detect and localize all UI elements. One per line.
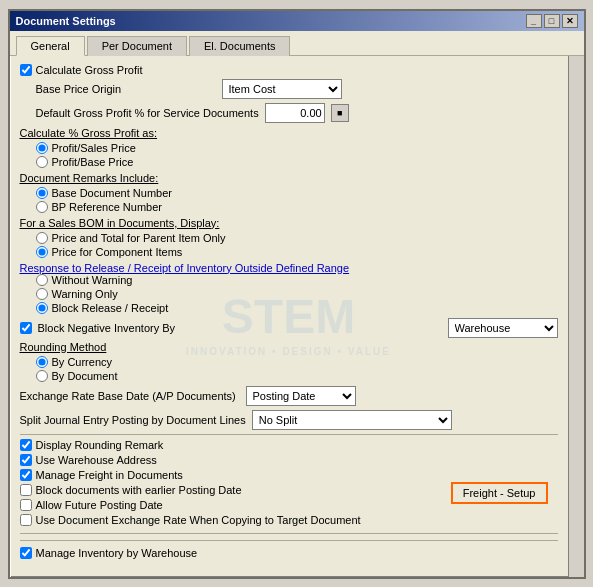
- manage-inventory-label: Manage Inventory by Warehouse: [36, 547, 198, 559]
- scrollbar[interactable]: [568, 56, 584, 577]
- rounding-radio-group: By Currency By Document: [36, 356, 558, 382]
- display-rounding-label: Display Rounding Remark: [36, 439, 164, 451]
- block-earlier-label: Block documents with earlier Posting Dat…: [36, 484, 242, 496]
- base-doc-num-radio[interactable]: [36, 187, 48, 199]
- freight-button-area: Freight - Setup: [451, 464, 558, 504]
- profit-sales-row: Profit/Sales Price: [36, 142, 558, 154]
- split-journal-row: Split Journal Entry Posting by Document …: [20, 410, 558, 430]
- document-settings-window: Document Settings _ □ ✕ General Per Docu…: [8, 9, 586, 579]
- price-total-parent-label: Price and Total for Parent Item Only: [52, 232, 226, 244]
- price-component-row: Price for Component Items: [36, 246, 558, 258]
- document-remarks-label: Document Remarks Include:: [20, 172, 558, 184]
- by-currency-radio[interactable]: [36, 356, 48, 368]
- divider-1: [20, 434, 558, 435]
- checkboxes-freight-row: Display Rounding Remark Use Warehouse Ad…: [20, 439, 558, 529]
- manage-inventory-section: Manage Inventory by Warehouse: [20, 540, 558, 559]
- price-total-parent-row: Price and Total for Parent Item Only: [36, 232, 558, 244]
- base-price-row: Base Price Origin Item Cost: [36, 79, 558, 99]
- by-document-radio[interactable]: [36, 370, 48, 382]
- block-negative-checkbox[interactable]: [20, 322, 32, 334]
- window-title: Document Settings: [16, 15, 116, 27]
- base-price-select[interactable]: Item Cost: [222, 79, 342, 99]
- by-currency-row: By Currency: [36, 356, 558, 368]
- manage-inventory-row: Manage Inventory by Warehouse: [20, 547, 558, 559]
- bp-ref-num-radio[interactable]: [36, 201, 48, 213]
- block-earlier-checkbox[interactable]: [20, 484, 32, 496]
- allow-future-label: Allow Future Posting Date: [36, 499, 163, 511]
- profit-sales-radio[interactable]: [36, 142, 48, 154]
- checkboxes-area: Display Rounding Remark Use Warehouse Ad…: [20, 439, 451, 529]
- split-journal-select[interactable]: No Split By Line By Item Group: [252, 410, 452, 430]
- exchange-rate-row: Exchange Rate Base Date (A/P Documents) …: [20, 386, 558, 406]
- maximize-button[interactable]: □: [544, 14, 560, 28]
- by-currency-label: By Currency: [52, 356, 113, 368]
- calculate-gross-profit-checkbox[interactable]: [20, 64, 32, 76]
- default-gross-profit-input[interactable]: [265, 103, 325, 123]
- tabs-row: General Per Document El. Documents: [10, 31, 584, 56]
- manage-freight-label: Manage Freight in Documents: [36, 469, 183, 481]
- price-component-label: Price for Component Items: [52, 246, 183, 258]
- warning-only-label: Warning Only: [52, 288, 118, 300]
- block-release-radio[interactable]: [36, 302, 48, 314]
- use-warehouse-addr-checkbox[interactable]: [20, 454, 32, 466]
- use-warehouse-addr-row: Use Warehouse Address: [20, 454, 451, 466]
- window-controls: _ □ ✕: [526, 14, 578, 28]
- bp-ref-num-row: BP Reference Number: [36, 201, 558, 213]
- minimize-button[interactable]: _: [526, 14, 542, 28]
- warning-only-row: Warning Only: [36, 288, 558, 300]
- block-earlier-row: Block documents with earlier Posting Dat…: [20, 484, 451, 496]
- default-gross-profit-row: Default Gross Profit % for Service Docum…: [36, 103, 558, 123]
- use-exchange-rate-checkbox[interactable]: [20, 514, 32, 526]
- exchange-rate-label: Exchange Rate Base Date (A/P Documents): [20, 390, 240, 402]
- response-section: Response to Release / Receipt of Invento…: [20, 262, 558, 314]
- main-content: STEM INNOVATION • DESIGN • VALUE Calcula…: [10, 56, 568, 577]
- calculate-gross-profit-section: Calculate Gross Profit Base Price Origin…: [20, 64, 558, 123]
- exchange-rate-select[interactable]: Posting Date Document Date: [246, 386, 356, 406]
- tab-general[interactable]: General: [16, 36, 85, 56]
- freight-setup-button[interactable]: Freight - Setup: [451, 482, 548, 504]
- close-button[interactable]: ✕: [562, 14, 578, 28]
- profit-base-radio[interactable]: [36, 156, 48, 168]
- without-warning-radio[interactable]: [36, 274, 48, 286]
- warning-only-radio[interactable]: [36, 288, 48, 300]
- use-exchange-rate-label: Use Document Exchange Rate When Copying …: [36, 514, 361, 526]
- content-wrapper: STEM INNOVATION • DESIGN • VALUE Calcula…: [10, 56, 584, 577]
- use-exchange-rate-row: Use Document Exchange Rate When Copying …: [20, 514, 451, 526]
- calculate-gross-profit-row: Calculate Gross Profit: [20, 64, 558, 76]
- bp-ref-num-label: BP Reference Number: [52, 201, 162, 213]
- divider-2: [20, 533, 558, 534]
- manage-inventory-checkbox[interactable]: [20, 547, 32, 559]
- display-rounding-row: Display Rounding Remark: [20, 439, 451, 451]
- block-release-label: Block Release / Receipt: [52, 302, 169, 314]
- block-negative-label: Block Negative Inventory By: [38, 322, 176, 334]
- profit-sales-label: Profit/Sales Price: [52, 142, 136, 154]
- base-doc-num-row: Base Document Number: [36, 187, 558, 199]
- block-release-row: Block Release / Receipt: [36, 302, 558, 314]
- calculate-as-label: Calculate % Gross Profit as:: [20, 127, 558, 139]
- profit-base-label: Profit/Base Price: [52, 156, 134, 168]
- tab-per-document[interactable]: Per Document: [87, 36, 187, 56]
- manage-freight-row: Manage Freight in Documents: [20, 469, 451, 481]
- display-rounding-checkbox[interactable]: [20, 439, 32, 451]
- tab-el-documents[interactable]: El. Documents: [189, 36, 291, 56]
- sales-bom-label: For a Sales BOM in Documents, Display:: [20, 217, 558, 229]
- base-price-label: Base Price Origin: [36, 83, 216, 95]
- price-component-radio[interactable]: [36, 246, 48, 258]
- rounding-method-label: Rounding Method: [20, 341, 558, 353]
- calculate-gross-profit-label: Calculate Gross Profit: [36, 64, 143, 76]
- without-warning-row: Without Warning: [36, 274, 558, 286]
- color-picker-button[interactable]: ■: [331, 104, 349, 122]
- use-warehouse-addr-label: Use Warehouse Address: [36, 454, 157, 466]
- response-label: Response to Release / Receipt of Invento…: [20, 262, 350, 274]
- rounding-section: Rounding Method By Currency By Document: [20, 341, 558, 382]
- by-document-row: By Document: [36, 370, 558, 382]
- title-bar: Document Settings _ □ ✕: [10, 11, 584, 31]
- allow-future-row: Allow Future Posting Date: [20, 499, 451, 511]
- default-gross-profit-label: Default Gross Profit % for Service Docum…: [36, 107, 259, 119]
- allow-future-checkbox[interactable]: [20, 499, 32, 511]
- block-negative-select[interactable]: Warehouse: [448, 318, 558, 338]
- price-total-parent-radio[interactable]: [36, 232, 48, 244]
- manage-freight-checkbox[interactable]: [20, 469, 32, 481]
- calculate-as-section: Calculate % Gross Profit as: Profit/Sale…: [20, 127, 558, 168]
- base-doc-num-label: Base Document Number: [52, 187, 172, 199]
